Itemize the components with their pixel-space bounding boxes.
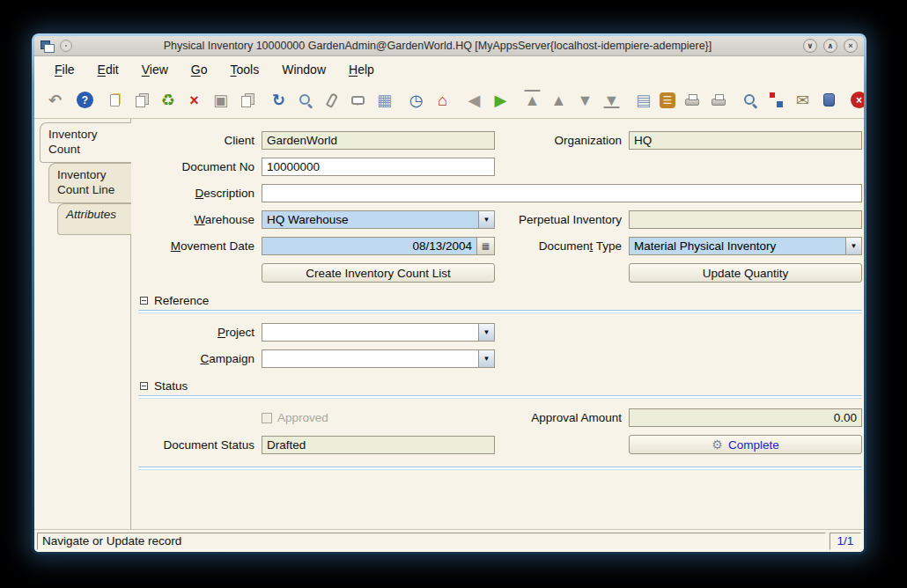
title-bar: Physical Inventory 10000000 GardenAdmin@… bbox=[34, 36, 864, 56]
toolbar-group: ▲▲▼▼ bbox=[522, 90, 622, 110]
movement-date-field[interactable]: 08/13/2004 ▦ bbox=[262, 237, 495, 255]
description-input[interactable] bbox=[262, 184, 862, 202]
document-status-field: Drafted bbox=[262, 436, 495, 454]
maximize-button[interactable]: ∧ bbox=[823, 39, 837, 53]
status-section-header[interactable]: Status bbox=[140, 379, 862, 393]
help-icon[interactable]: ? bbox=[77, 92, 93, 108]
grid-toggle-icon[interactable]: ▦ bbox=[374, 90, 395, 110]
minimize-button[interactable]: ∨ bbox=[803, 39, 817, 53]
physical-inventory-window: Physical Inventory 10000000 GardenAdmin@… bbox=[34, 36, 864, 552]
gear-icon: ⚙ bbox=[712, 437, 723, 452]
tab-attributes[interactable]: Attributes bbox=[57, 203, 131, 236]
archive-icon[interactable]: ☰ bbox=[660, 92, 675, 108]
campaign-combo[interactable]: ▼ bbox=[262, 349, 495, 368]
toolbar-group: × bbox=[851, 92, 864, 108]
client-label: Client bbox=[138, 134, 256, 147]
toolbar-group: ? bbox=[77, 92, 93, 108]
previous-record-icon[interactable]: ▲ bbox=[549, 90, 569, 110]
product-info-icon[interactable] bbox=[819, 90, 839, 110]
toolbar-group: ✉ bbox=[740, 90, 839, 110]
menu-window[interactable]: Window bbox=[272, 60, 336, 79]
document-no-input[interactable] bbox=[262, 158, 495, 176]
menu-view[interactable]: View bbox=[132, 60, 178, 79]
toolbar-group: ▤☰ bbox=[633, 90, 728, 110]
document-type-dropdown-icon[interactable]: ▼ bbox=[845, 238, 861, 254]
update-quantity-button[interactable]: Update Quantity bbox=[629, 263, 862, 283]
window-menu-button[interactable] bbox=[60, 40, 72, 52]
zoom-across-icon[interactable] bbox=[740, 90, 760, 110]
organization-label: Organization bbox=[500, 134, 623, 147]
copy-record-icon[interactable] bbox=[131, 90, 151, 110]
approved-label: Approved bbox=[277, 411, 328, 424]
chat-icon[interactable] bbox=[348, 90, 368, 110]
menu-help[interactable]: Help bbox=[339, 60, 384, 79]
next-record-icon[interactable]: ▼ bbox=[575, 90, 595, 110]
window-border: Physical Inventory 10000000 GardenAdmin@… bbox=[32, 33, 866, 555]
campaign-label: Campaign bbox=[138, 352, 256, 365]
movement-date-value[interactable]: 08/13/2004 bbox=[262, 238, 476, 254]
collapse-icon[interactable] bbox=[140, 382, 148, 390]
approval-amount-field: 0.00 bbox=[629, 408, 862, 427]
description-label: Description bbox=[138, 187, 256, 200]
toolbar-group: ♻×▣ bbox=[105, 90, 257, 110]
save-icon[interactable]: ▣ bbox=[210, 90, 231, 110]
tab-inventory-count[interactable]: Inventory Count bbox=[40, 122, 131, 163]
requests-icon[interactable]: ✉ bbox=[793, 90, 813, 110]
tab-inventory-count-line[interactable]: Inventory Count Line bbox=[48, 163, 131, 203]
tab-strip: Inventory CountInventory Count LineAttri… bbox=[34, 119, 130, 529]
form-icon[interactable]: ▤ bbox=[633, 90, 653, 110]
find-icon[interactable] bbox=[295, 90, 315, 110]
status-section-title: Status bbox=[154, 379, 188, 393]
campaign-dropdown-icon[interactable]: ▼ bbox=[478, 350, 494, 367]
parent-record-icon[interactable]: ◀ bbox=[464, 90, 484, 110]
attachment-icon[interactable] bbox=[321, 90, 342, 110]
save-create-icon[interactable] bbox=[237, 90, 257, 110]
toolbar-group: ↶ bbox=[45, 90, 65, 110]
undo-icon[interactable]: ↶ bbox=[45, 90, 65, 110]
client-field: GardenWorld bbox=[262, 131, 495, 150]
first-record-icon[interactable]: ▲ bbox=[522, 90, 542, 110]
form-panel: Client GardenWorld Organization HQ Docum… bbox=[130, 119, 864, 529]
last-record-icon[interactable]: ▼ bbox=[601, 90, 622, 110]
document-type-combo[interactable]: Material Physical Inventory ▼ bbox=[629, 237, 862, 255]
create-inventory-count-list-button[interactable]: Create Inventory Count List bbox=[262, 263, 495, 283]
perpetual-inventory-field bbox=[629, 210, 862, 229]
menu-file[interactable]: File bbox=[45, 60, 85, 79]
window-title: Physical Inventory 10000000 GardenAdmin@… bbox=[78, 40, 797, 52]
calendar-icon[interactable]: ▦ bbox=[476, 238, 494, 254]
document-type-label: Document Type bbox=[500, 239, 623, 253]
menu-tools[interactable]: Tools bbox=[221, 60, 269, 79]
project-dropdown-icon[interactable]: ▼ bbox=[478, 324, 494, 341]
workflow-icon[interactable] bbox=[766, 90, 786, 110]
reference-section-header[interactable]: Reference bbox=[140, 294, 862, 307]
document-status-label: Document Status bbox=[138, 438, 256, 452]
campaign-value bbox=[262, 350, 478, 367]
warehouse-combo[interactable]: HQ Warehouse ▼ bbox=[262, 210, 495, 229]
delete-selection-icon[interactable]: × bbox=[184, 90, 204, 110]
exit-icon[interactable]: × bbox=[851, 92, 864, 108]
delete-record-icon[interactable]: ♻ bbox=[158, 90, 178, 110]
detail-record-icon[interactable]: ▶ bbox=[490, 90, 511, 110]
reference-section-title: Reference bbox=[154, 294, 209, 307]
home-icon[interactable]: ⌂ bbox=[432, 90, 453, 110]
toolbar-group: ◷⌂ bbox=[406, 90, 453, 110]
warehouse-dropdown-icon[interactable]: ▼ bbox=[478, 211, 494, 228]
collapse-icon[interactable] bbox=[140, 297, 148, 305]
approved-checkbox-row: Approved bbox=[262, 411, 495, 424]
approved-checkbox bbox=[262, 413, 272, 423]
project-combo[interactable]: ▼ bbox=[262, 323, 495, 342]
print-preview-icon[interactable] bbox=[682, 90, 702, 110]
menu-edit[interactable]: Edit bbox=[88, 60, 129, 79]
menu-go[interactable]: Go bbox=[181, 60, 218, 79]
warehouse-value: HQ Warehouse bbox=[262, 211, 478, 228]
menu-bar: FileEditViewGoToolsWindowHelp bbox=[34, 56, 864, 82]
reference-grid: Project ▼ Campaign ▼ bbox=[138, 323, 862, 368]
complete-button[interactable]: ⚙ Complete bbox=[629, 435, 862, 454]
refresh-icon[interactable]: ↻ bbox=[269, 90, 289, 110]
new-record-icon[interactable] bbox=[105, 90, 125, 110]
project-label: Project bbox=[138, 326, 256, 339]
project-value bbox=[262, 324, 478, 341]
close-button[interactable]: × bbox=[844, 39, 858, 53]
print-icon[interactable] bbox=[708, 90, 728, 110]
history-icon[interactable]: ◷ bbox=[406, 90, 426, 110]
